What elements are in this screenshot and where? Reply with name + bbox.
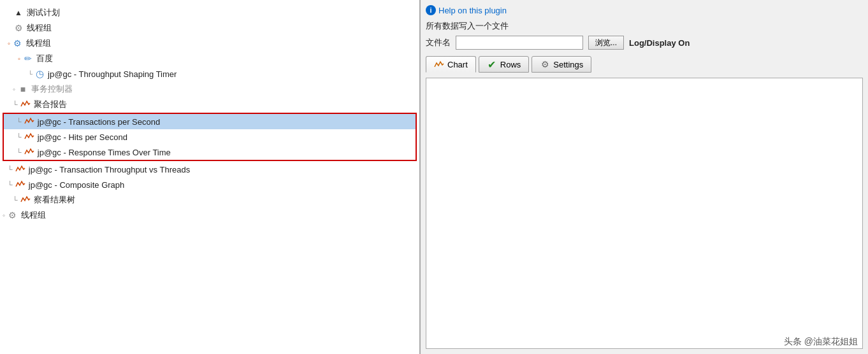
tree-item-label: jp@gc - Composite Graph	[29, 180, 417, 190]
tree-item-label: jp@gc - Response Times Over Time	[38, 148, 413, 157]
tree-item-ttvt[interactable]: └ jp@gc - Transaction Throughput vs Thre…	[0, 162, 419, 177]
tree-item-tps[interactable]: └ jp@gc - Transactions per Second	[4, 114, 416, 129]
tree-item-result-tree[interactable]: └ 察看结果树	[0, 192, 419, 208]
tree-item-transaction-controller[interactable]: ◦ ■ 事务控制器	[0, 81, 419, 97]
gear-tab-icon: ⚙	[540, 59, 550, 69]
tab-chart[interactable]: Chart	[426, 56, 476, 73]
triangle-icon: ▲	[13, 7, 24, 18]
tree-item-thread-group-1[interactable]: ⚙ 线程组	[0, 20, 419, 36]
help-link[interactable]: i Help on this plugin	[426, 5, 863, 15]
right-panel: i Help on this plugin 所有数据写入一个文件 文件名 浏览.…	[421, 0, 868, 354]
tree-item-thread-group-3[interactable]: ◦ ⚙ 线程组	[0, 208, 419, 223]
timer-icon: ◷	[34, 68, 45, 80]
connector-icon: └	[13, 101, 18, 108]
tree-panel: ▲ 测试计划 ⚙ 线程组 ◦ ⚙ 线程组 ◦ ✏ 百度 └ ◷ jp@gc - …	[0, 0, 421, 354]
connector-icon: └	[17, 133, 22, 141]
gear-icon: ⚙	[7, 209, 18, 221]
tree-item-label: jp@gc - Hits per Second	[38, 132, 413, 142]
chart-wave-icon	[24, 131, 35, 143]
chart-content-area	[426, 78, 863, 349]
tree-item-test-plan[interactable]: ▲ 测试计划	[0, 5, 419, 20]
tree-item-hps[interactable]: └ jp@gc - Hits per Second	[4, 129, 416, 145]
tree-item-baidu[interactable]: ◦ ✏ 百度	[0, 51, 419, 66]
connector-icon: ◦	[8, 39, 10, 47]
tab-rows-label: Rows	[500, 60, 521, 69]
info-icon: i	[426, 5, 436, 15]
tree-item-label: jp@gc - Throughput Shaping Timer	[48, 69, 417, 79]
red-border-group: └ jp@gc - Transactions per Second └ jp@g…	[3, 113, 417, 161]
chart-wave-icon	[15, 179, 26, 190]
chart-wave-icon	[24, 146, 35, 158]
square-icon: ■	[17, 83, 29, 95]
tree-item-aggregate-report[interactable]: └ 聚合报告	[0, 97, 419, 112]
tab-chart-label: Chart	[447, 60, 468, 69]
connector-icon: └	[17, 148, 22, 156]
file-label: 文件名	[426, 37, 451, 48]
tree-item-label: 百度	[36, 53, 417, 64]
chart-wave-icon	[20, 194, 31, 206]
tree-item-label: 线程组	[21, 209, 417, 221]
tree-item-throughput-timer[interactable]: └ ◷ jp@gc - Throughput Shaping Timer	[0, 66, 419, 81]
connector-icon: └	[28, 71, 33, 78]
browse-button[interactable]: 浏览...	[588, 36, 624, 50]
connector-icon: └	[13, 196, 18, 204]
connector-icon: ◦	[18, 55, 20, 62]
tree-item-label: 察看结果树	[34, 194, 417, 206]
gear-icon: ⚙	[12, 38, 24, 49]
tree-item-label: 聚合报告	[34, 99, 417, 110]
chart-tab-icon	[434, 59, 444, 69]
connector-icon: └	[8, 181, 13, 188]
tree-item-composite[interactable]: └ jp@gc - Composite Graph	[0, 177, 419, 192]
help-text: Help on this plugin	[438, 6, 507, 15]
tree-item-thread-group-2[interactable]: ◦ ⚙ 线程组	[0, 36, 419, 51]
chart-wave-icon	[24, 116, 35, 127]
chart-wave-icon	[15, 164, 26, 175]
tab-rows[interactable]: ✔ Rows	[479, 56, 530, 73]
tree-item-label: 线程组	[26, 38, 417, 49]
tree-item-rtot[interactable]: └ jp@gc - Response Times Over Time	[4, 145, 416, 160]
tree-item-label: 线程组	[27, 22, 417, 34]
check-tab-icon: ✔	[487, 59, 497, 69]
chart-wave-icon	[20, 99, 31, 110]
tabs-row: Chart ✔ Rows ⚙ Settings	[426, 56, 863, 73]
gear-icon: ⚙	[13, 22, 24, 34]
tab-settings[interactable]: ⚙ Settings	[532, 56, 591, 73]
connector-icon: └	[17, 118, 22, 125]
connector-icon: └	[8, 166, 13, 173]
file-input[interactable]	[456, 36, 583, 50]
connector-icon: ◦	[13, 85, 15, 93]
file-row: 文件名 浏览... Log/Display On	[426, 36, 863, 50]
log-display-label: Log/Display On	[629, 38, 690, 48]
tree-item-label: jp@gc - Transaction Throughput vs Thread…	[29, 165, 417, 174]
tree-item-label: 事务控制器	[31, 83, 417, 95]
tab-settings-label: Settings	[553, 60, 583, 69]
pencil-icon: ✏	[22, 53, 34, 64]
tree-item-label: jp@gc - Transactions per Second	[38, 117, 413, 127]
tree-item-label: 测试计划	[27, 7, 417, 18]
connector-icon: ◦	[3, 211, 5, 219]
watermark: 头条 @油菜花姐姐	[784, 336, 858, 348]
section-title: 所有数据写入一个文件	[426, 20, 863, 32]
